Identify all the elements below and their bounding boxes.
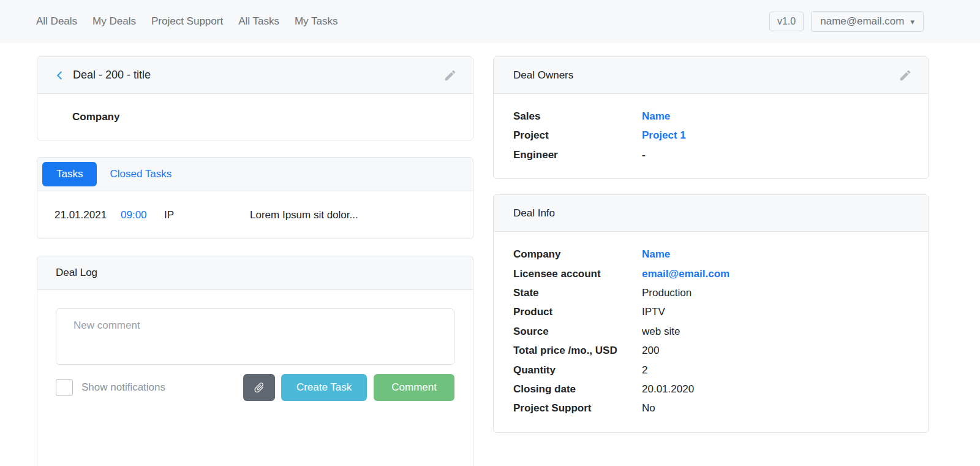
paperclip-icon (251, 379, 268, 396)
new-comment-input[interactable] (56, 308, 454, 365)
total-price-value: 200 (642, 341, 659, 360)
create-task-button[interactable]: Create Task (281, 374, 367, 401)
deal-info-title: Deal Info (513, 207, 555, 220)
task-initials: IP (164, 209, 250, 221)
left-column: Deal - 200 - title Company Tasks Closed … (37, 56, 473, 466)
info-row-closing-date: Closing date 20.01.2020 (513, 380, 908, 399)
caret-down-icon: ▾ (910, 17, 914, 26)
deal-info-header: Deal Info (494, 195, 928, 232)
tab-closed-tasks[interactable]: Closed Tasks (110, 168, 172, 180)
licensee-account-link[interactable]: email@email.com (642, 264, 729, 283)
row-label: Product (513, 302, 642, 321)
info-row-licensee: Licensee account email@email.com (513, 264, 908, 283)
version-badge: v1.0 (769, 12, 804, 31)
info-row-project-support: Project Support No (513, 399, 908, 418)
nav-all-deals[interactable]: All Deals (36, 15, 77, 28)
deal-log-body: Show notifications Create Task Comment (37, 290, 473, 419)
tasks-tabs-header: Tasks Closed Tasks (37, 158, 473, 191)
deal-log-title: Deal Log (56, 267, 97, 279)
info-row-company: Company Name (513, 245, 908, 264)
row-label: Sales (513, 107, 642, 126)
task-date: 21.01.2021 (55, 209, 121, 221)
row-label: Company (513, 245, 642, 264)
deal-card-header: Deal - 200 - title (37, 57, 473, 94)
task-description: Lorem Ipsum sit dolor... (250, 209, 358, 221)
pencil-icon (899, 69, 912, 82)
row-label: Project (513, 126, 642, 145)
deal-log-header: Deal Log (37, 256, 473, 290)
row-label: Quantity (513, 361, 642, 380)
row-label: Project Support (513, 399, 642, 418)
tab-tasks[interactable]: Tasks (42, 162, 97, 186)
project-owner-link[interactable]: Project 1 (642, 126, 686, 145)
comment-button[interactable]: Comment (374, 374, 454, 401)
task-row[interactable]: 21.01.2021 09:00 IP Lorem Ipsum sit dolo… (37, 191, 473, 239)
nav-my-deals[interactable]: My Deals (92, 15, 136, 28)
deal-owners-body: Sales Name Project Project 1 Engineer - (494, 94, 928, 178)
pencil-icon (443, 69, 457, 82)
source-value: web site (642, 322, 680, 341)
info-row-state: State Production (513, 283, 908, 302)
edit-owners-button[interactable] (899, 69, 912, 82)
info-row-source: Source web site (513, 322, 908, 341)
deal-card: Deal - 200 - title Company (37, 56, 473, 140)
row-label: Closing date (513, 380, 642, 399)
nav-links: All Deals My Deals Project Support All T… (36, 15, 337, 28)
engineer-value: - (642, 145, 646, 164)
deal-owners-title: Deal Owners (513, 69, 573, 82)
deal-owners-card: Deal Owners Sales Name Project Project 1 (493, 56, 929, 179)
nav-project-support[interactable]: Project Support (151, 15, 223, 28)
product-value: IPTV (642, 302, 665, 321)
task-time-link[interactable]: 09:00 (121, 209, 164, 221)
edit-deal-button[interactable] (443, 69, 457, 82)
back-button[interactable] (52, 68, 67, 83)
nav-my-tasks[interactable]: My Tasks (295, 15, 338, 28)
row-label: Engineer (513, 145, 642, 164)
company-link[interactable]: Name (642, 245, 670, 264)
user-menu-dropdown[interactable]: name@email.com ▾ (811, 11, 924, 32)
show-notifications-label: Show notifications (81, 381, 165, 394)
user-email: name@email.com (820, 15, 904, 28)
owners-row-sales: Sales Name (513, 107, 908, 126)
sales-owner-link[interactable]: Name (642, 107, 670, 126)
nav-all-tasks[interactable]: All Tasks (238, 15, 279, 28)
quantity-value: 2 (642, 361, 647, 380)
owners-row-project: Project Project 1 (513, 126, 908, 145)
deal-info-card: Deal Info Company Name Licensee account … (493, 194, 929, 433)
nav-right: v1.0 name@email.com ▾ (769, 11, 924, 32)
chevron-left-icon (53, 69, 66, 82)
deal-log-card: Deal Log Show notifications Create Task … (37, 256, 473, 466)
deal-info-body: Company Name Licensee account email@emai… (494, 232, 928, 432)
main-content: Deal - 200 - title Company Tasks Closed … (0, 43, 980, 466)
tasks-card: Tasks Closed Tasks 21.01.2021 09:00 IP L… (37, 157, 473, 239)
show-notifications-checkbox[interactable] (56, 379, 73, 396)
attach-file-button[interactable] (243, 374, 275, 401)
row-label: Total price /mo., USD (513, 341, 642, 360)
info-row-quantity: Quantity 2 (513, 361, 908, 380)
right-column: Deal Owners Sales Name Project Project 1 (493, 56, 929, 433)
deal-company-name: Company (72, 111, 119, 123)
row-label: State (513, 283, 642, 302)
info-row-total-price: Total price /mo., USD 200 (513, 341, 908, 360)
state-value: Production (642, 283, 692, 302)
deal-card-body: Company (37, 94, 473, 140)
deal-log-controls: Show notifications Create Task Comment (56, 374, 454, 401)
deal-owners-header: Deal Owners (494, 57, 928, 94)
deal-title: Deal - 200 - title (73, 69, 151, 82)
top-navbar: All Deals My Deals Project Support All T… (0, 0, 980, 43)
row-label: Licensee account (513, 264, 642, 283)
owners-row-engineer: Engineer - (513, 145, 908, 164)
row-label: Source (513, 322, 642, 341)
closing-date-value: 20.01.2020 (642, 380, 694, 399)
project-support-value: No (642, 399, 655, 418)
info-row-product: Product IPTV (513, 302, 908, 321)
